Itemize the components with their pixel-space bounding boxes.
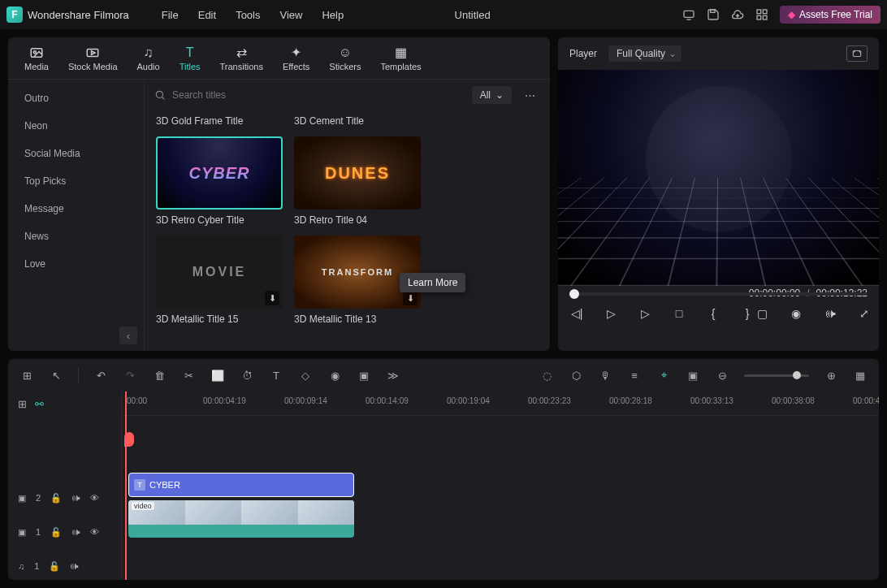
- learn-more-tooltip[interactable]: Learn More: [400, 273, 465, 292]
- tab-audio[interactable]: ♫Audio: [137, 45, 160, 71]
- display-button[interactable]: ▢: [755, 307, 769, 320]
- app-logo: F Wondershare Filmora: [6, 6, 129, 23]
- undo-button[interactable]: ↶: [93, 370, 108, 382]
- text-button[interactable]: T: [269, 370, 283, 382]
- track-header-t1[interactable]: ▣1 🔓 🕪 👁: [8, 512, 121, 552]
- visibility-icon[interactable]: 👁: [90, 527, 99, 537]
- keyframe-button[interactable]: ◇: [298, 370, 313, 382]
- title-track[interactable]: T CYBER: [122, 471, 879, 499]
- download-icon[interactable]: ⬇: [265, 291, 279, 305]
- progress-bar[interactable]: [569, 292, 868, 296]
- title-thumbnail[interactable]: DUNES: [294, 136, 421, 210]
- collapse-sidebar-button[interactable]: ‹: [119, 326, 137, 344]
- more-tools-button[interactable]: ≫: [386, 370, 400, 382]
- search-input[interactable]: [172, 89, 464, 101]
- pointer-icon[interactable]: ↖: [49, 370, 63, 382]
- view-mode-button[interactable]: ▦: [853, 370, 868, 382]
- speed-button[interactable]: ⏱: [240, 370, 254, 382]
- title-label: 3D Retro Cyber Title: [156, 210, 283, 227]
- tab-stock-media[interactable]: Stock Media: [68, 45, 118, 71]
- crop-button[interactable]: ⬜: [210, 370, 225, 382]
- mark-out-button[interactable]: }: [740, 307, 755, 320]
- video-clip[interactable]: video: [128, 500, 354, 538]
- sidebar-item-news[interactable]: News: [8, 223, 144, 250]
- voiceover-button[interactable]: 🎙: [598, 370, 612, 382]
- auto-button[interactable]: ⌖: [656, 369, 671, 382]
- delete-button[interactable]: 🗑: [152, 370, 167, 382]
- mute-icon[interactable]: 🕪: [71, 493, 80, 503]
- tab-effects[interactable]: ✦Effects: [283, 45, 309, 71]
- save-icon[interactable]: [707, 8, 720, 21]
- download-icon[interactable]: ⬇: [403, 291, 418, 305]
- sidebar-item-love[interactable]: Love: [8, 250, 144, 278]
- video-preview[interactable]: [558, 70, 879, 286]
- zoom-slider[interactable]: [744, 374, 809, 377]
- sidebar-item-message[interactable]: Message: [8, 195, 144, 223]
- stop-button[interactable]: □: [672, 307, 686, 320]
- mute-icon[interactable]: 🕪: [71, 527, 80, 537]
- zoom-in-button[interactable]: ⊕: [824, 370, 838, 382]
- title-item[interactable]: MOVIE⬇ 3D Metallic Title 15: [156, 236, 283, 326]
- title-item[interactable]: CYBER 3D Retro Cyber Title: [156, 136, 283, 227]
- marker-button[interactable]: ⬡: [569, 370, 583, 382]
- snapshot-tool[interactable]: ▣: [686, 370, 700, 382]
- sidebar-item-top-picks[interactable]: Top Picks: [8, 167, 144, 195]
- zoom-handle[interactable]: [793, 371, 801, 379]
- timeline-tracks[interactable]: 00:00 00:00:04:19 00:00:09:14 00:00:14:0…: [122, 391, 879, 580]
- prev-frame-button[interactable]: ◁|: [569, 307, 584, 320]
- title-thumbnail[interactable]: MOVIE⬇: [156, 236, 283, 309]
- lock-icon[interactable]: 🔓: [49, 561, 60, 572]
- sidebar-item-social-media[interactable]: Social Media: [8, 140, 144, 167]
- video-track[interactable]: video: [122, 499, 879, 539]
- link-button[interactable]: ⚯: [35, 398, 44, 410]
- trial-button[interactable]: ◆ Assets Free Trial: [780, 6, 881, 24]
- zoom-out-button[interactable]: ⊖: [715, 370, 729, 382]
- redo-button[interactable]: ↷: [123, 370, 137, 382]
- tab-stickers[interactable]: ☺Stickers: [329, 45, 361, 71]
- layout-icon[interactable]: ⊞: [19, 370, 34, 382]
- tab-titles[interactable]: TTitles: [180, 45, 201, 71]
- title-thumbnail[interactable]: CYBER: [156, 136, 283, 210]
- video-clip-label: video: [132, 502, 154, 510]
- track-header-a1[interactable]: ♫1 🔓 🕪: [8, 552, 121, 580]
- title-thumbnail[interactable]: TRANSFORM⬇: [294, 236, 421, 309]
- lock-icon[interactable]: 🔓: [50, 493, 62, 504]
- time-ruler[interactable]: 00:00 00:00:04:19 00:00:09:14 00:00:14:0…: [122, 391, 879, 416]
- cloud-icon[interactable]: [731, 8, 744, 21]
- sidebar-item-neon[interactable]: Neon: [8, 112, 144, 140]
- audio-track[interactable]: [122, 539, 879, 567]
- visibility-icon[interactable]: 👁: [90, 493, 99, 503]
- title-item[interactable]: DUNES 3D Retro Title 04: [294, 136, 421, 227]
- fullscreen-button[interactable]: ⤢: [857, 307, 872, 320]
- filter-dropdown[interactable]: All⌄: [472, 86, 512, 104]
- camera-button[interactable]: ◉: [789, 307, 803, 320]
- volume-button[interactable]: 🕪: [823, 307, 837, 320]
- progress-handle[interactable]: [569, 289, 579, 299]
- mute-icon[interactable]: 🕪: [70, 561, 79, 571]
- tab-media[interactable]: Media: [24, 45, 49, 71]
- tab-templates[interactable]: ▦Templates: [380, 45, 421, 71]
- sidebar-item-outro[interactable]: Outro: [8, 84, 144, 112]
- green-screen-button[interactable]: ▣: [357, 370, 371, 382]
- menu-tools[interactable]: Tools: [236, 9, 260, 21]
- split-button[interactable]: ✂: [181, 370, 196, 382]
- more-options-button[interactable]: ⋯: [520, 89, 540, 102]
- snapshot-button[interactable]: [846, 45, 868, 62]
- tab-transitions[interactable]: ⇄Transitions: [220, 45, 263, 71]
- ruler-tick: 00:00:14:09: [366, 396, 409, 405]
- render-button[interactable]: ◌: [539, 370, 554, 382]
- mark-in-button[interactable]: {: [706, 307, 720, 320]
- play-button[interactable]: ▷: [604, 307, 618, 320]
- apps-icon[interactable]: [755, 8, 768, 21]
- quality-dropdown[interactable]: Full Quality: [608, 45, 681, 62]
- menu-file[interactable]: File: [162, 9, 179, 21]
- color-button[interactable]: ◉: [327, 370, 342, 382]
- track-header-t2[interactable]: ▣2 🔓 🕪 👁: [8, 484, 121, 512]
- add-track-button[interactable]: ⊞: [18, 398, 27, 410]
- next-button[interactable]: ▷: [638, 307, 652, 320]
- device-icon[interactable]: [682, 8, 695, 21]
- menu-edit[interactable]: Edit: [198, 9, 216, 21]
- lock-icon[interactable]: 🔓: [50, 527, 62, 538]
- mixer-button[interactable]: ≡: [627, 370, 642, 382]
- title-clip[interactable]: T CYBER: [128, 473, 354, 497]
